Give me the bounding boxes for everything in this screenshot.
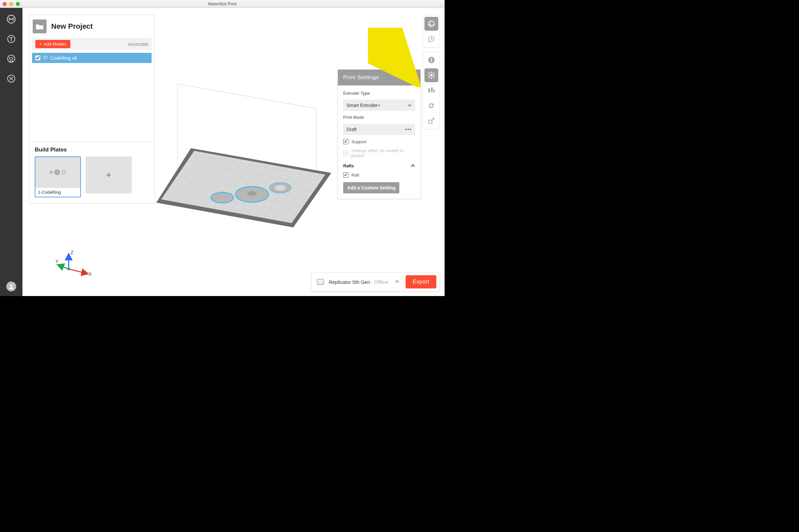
svg-line-30	[433, 77, 434, 78]
support-row[interactable]: Support	[343, 139, 415, 144]
raft-checkbox[interactable]	[343, 172, 348, 177]
model-list-item[interactable]: CodeRing.stl	[32, 53, 151, 63]
svg-text:X: X	[89, 271, 92, 277]
svg-text:Y: Y	[55, 259, 59, 264]
chevron-up-icon	[411, 163, 415, 168]
add-models-button[interactable]: + Add Models	[35, 40, 70, 48]
project-title: New Project	[51, 22, 93, 31]
printer-bar: Replicator 5th Gen · Offline Export	[311, 272, 440, 291]
build-plates-section: Build Plates 1-CodeRing +	[30, 142, 154, 203]
raft-row[interactable]: Raft	[343, 172, 415, 177]
build-plate-3d	[138, 64, 349, 275]
affect-all-row: Settings affect all models in project	[343, 148, 415, 158]
svg-line-32	[433, 73, 434, 74]
svg-point-22	[431, 58, 432, 59]
svg-rect-33	[429, 89, 430, 92]
sync-button[interactable]	[424, 99, 438, 113]
print-mode-select[interactable]: Draft •••	[343, 124, 415, 135]
left-rail	[0, 8, 22, 296]
affect-all-checkbox	[343, 151, 348, 156]
printer-status: Offline	[374, 279, 388, 285]
affect-all-label: Settings affect all models in project	[351, 148, 416, 158]
extruder-type-select[interactable]: Smart Extruder+	[343, 100, 415, 111]
svg-rect-36	[429, 120, 432, 124]
printer-name: Replicator 5th Gen	[329, 279, 370, 285]
cart-icon[interactable]	[6, 54, 17, 64]
svg-rect-23	[431, 59, 432, 62]
svg-rect-35	[433, 90, 435, 92]
svg-point-7	[248, 191, 257, 196]
scale-button[interactable]	[424, 114, 438, 128]
plus-icon: +	[106, 170, 111, 180]
build-plate-label: 1-CodeRing	[35, 187, 80, 197]
arrange-button[interactable]	[424, 83, 438, 97]
makerbot-logo-icon[interactable]	[6, 14, 17, 24]
more-options-icon: •••	[405, 127, 412, 132]
assemble-link[interactable]: Assemble	[128, 42, 148, 47]
printer-dropdown-button[interactable]	[393, 279, 401, 285]
rafts-section-header[interactable]: Rafts	[343, 162, 415, 168]
viewport[interactable]: New Project + Add Models Assemble CodeRi…	[22, 8, 444, 296]
svg-point-2	[7, 55, 15, 62]
export-button[interactable]: Export	[405, 275, 436, 288]
tools-icon[interactable]	[6, 73, 17, 84]
project-panel: New Project + Add Models Assemble CodeRi…	[29, 15, 155, 204]
svg-point-0	[7, 15, 15, 23]
print-mode-value: Draft	[346, 127, 357, 132]
svg-line-14	[69, 269, 87, 273]
build-plate-tile[interactable]: 1-CodeRing	[35, 156, 81, 197]
svg-point-18	[429, 21, 434, 27]
svg-point-10	[274, 185, 286, 190]
support-checkbox[interactable]	[343, 139, 348, 144]
axis-gizmo: Z X Y	[55, 250, 95, 280]
info-button[interactable]	[424, 53, 438, 67]
right-toolbar	[423, 15, 440, 129]
print-settings-button[interactable]	[424, 68, 438, 82]
print-mode-label: Print Mode	[343, 115, 415, 120]
folder-icon	[33, 19, 47, 33]
thingiverse-icon[interactable]	[6, 34, 17, 44]
extruder-type-label: Extruder Type	[343, 91, 415, 96]
svg-text:Z: Z	[71, 250, 74, 255]
model-visibility-checkbox[interactable]	[35, 55, 40, 60]
support-label: Support	[351, 139, 367, 144]
print-settings-panel: Print Settings Extruder Type Smart Extru…	[338, 69, 421, 199]
svg-point-4	[10, 284, 12, 286]
account-avatar[interactable]	[6, 282, 16, 291]
window-title: MakerBot Print	[0, 1, 444, 6]
build-plates-title: Build Plates	[35, 147, 149, 153]
add-custom-setting-button[interactable]: Add a Custom Setting	[343, 182, 399, 193]
time-estimate-button[interactable]	[424, 32, 438, 46]
svg-line-31	[429, 77, 430, 78]
add-models-label: Add Models	[44, 42, 67, 46]
svg-rect-34	[431, 88, 433, 92]
view-mode-button[interactable]	[424, 17, 438, 31]
printer-icon	[317, 279, 324, 285]
build-plate-thumbnail	[35, 157, 80, 187]
model-cube-icon	[43, 55, 48, 61]
printer-status-label: Replicator 5th Gen · Offline	[329, 279, 388, 285]
extruder-type-value: Smart Extruder+	[346, 103, 380, 108]
svg-line-16	[58, 265, 69, 269]
model-name: CodeRing.stl	[50, 55, 77, 61]
titlebar: MakerBot Print	[0, 0, 444, 8]
raft-label: Raft	[351, 173, 359, 177]
rafts-label: Rafts	[343, 163, 354, 168]
print-settings-header: Print Settings	[338, 70, 420, 86]
plus-icon: +	[39, 42, 42, 46]
svg-point-24	[430, 74, 433, 77]
svg-point-5	[211, 192, 234, 203]
add-build-plate-button[interactable]: +	[86, 156, 132, 193]
chevron-down-icon	[407, 103, 412, 108]
svg-line-29	[429, 73, 430, 74]
